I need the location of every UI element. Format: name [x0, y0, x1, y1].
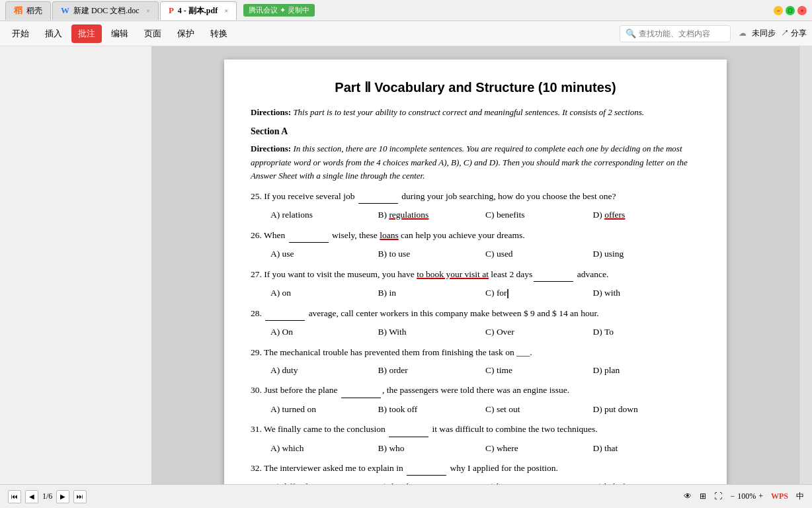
lang-indicator: 中 — [796, 491, 804, 502]
directions-block-1: Directions: This part is to test your ab… — [251, 106, 700, 120]
grid-icon: ⊞ — [700, 491, 706, 501]
next-page-button[interactable]: ▶ — [56, 490, 69, 503]
sync-icon: ☁ — [739, 28, 747, 38]
q26-opt-a: A) use — [270, 247, 378, 261]
directions2-label: Directions: — [251, 144, 291, 153]
section-a-title: Section A — [251, 126, 700, 137]
question-29: 29. The mechanical trouble has prevented… — [251, 346, 700, 359]
document-page: Part Ⅱ Vocabulary and Structure (10 minu… — [224, 60, 727, 484]
q29-options: A) duty B) order C) time D) plan — [270, 363, 700, 378]
q29-opt-b: B) order — [378, 363, 486, 378]
toolbar-page[interactable]: 页面 — [138, 24, 168, 43]
wps-icon: WPS — [771, 491, 788, 501]
close-button[interactable]: × — [797, 6, 807, 15]
q25-opt-c: C) benefits — [485, 208, 593, 222]
question-28: 28. average, call center workers in this… — [251, 307, 700, 321]
toolbar-comment[interactable]: 批注 — [71, 24, 102, 43]
toolbar: 开始 插入 批注 编辑 页面 保护 转换 🔍 ☁ 未同步 ↗ 分享 — [0, 21, 812, 46]
left-sidebar — [0, 46, 152, 484]
q28-opt-a: A) On — [270, 325, 378, 339]
q27-opt-b: B) in — [378, 286, 486, 300]
q26-options: A) use B) to use C) used D) using — [270, 247, 700, 261]
q26-num: 26. — [251, 230, 262, 240]
question-31: 31. We finally came to the conclusion it… — [251, 423, 700, 437]
q30-opt-a: A) turned on — [270, 402, 378, 417]
q27-options: A) on B) in C) for D) with — [270, 286, 700, 300]
q31-opt-c: C) where — [485, 441, 593, 456]
q32-blank — [407, 462, 446, 476]
q25-opt-d: D) offers — [593, 208, 701, 222]
sync-label: 未同步 — [752, 28, 776, 39]
share-label[interactable]: ↗ 分享 — [781, 28, 807, 39]
q31-opt-d: D) that — [593, 441, 701, 456]
page-indicator: 1/6 — [42, 491, 52, 501]
q29-opt-d: D) plan — [593, 363, 701, 378]
q26-blank — [289, 229, 329, 243]
window-controls: − □ × — [774, 6, 807, 15]
q31-num: 31. — [251, 424, 262, 434]
q28-opt-c: C) Over — [485, 325, 593, 339]
toolbar-edit[interactable]: 编辑 — [104, 24, 135, 43]
q28-blank — [265, 307, 305, 321]
toolbar-convert[interactable]: 转换 — [204, 24, 234, 43]
question-25: 25. If you receive several job during yo… — [251, 190, 700, 204]
q32-opt-b: B) detail — [378, 480, 486, 484]
q31-blank — [389, 423, 428, 437]
search-box[interactable]: 🔍 — [620, 25, 731, 42]
tab-daoke[interactable]: 稻 稻壳 — [5, 1, 51, 20]
q30-options: A) turned on B) took off C) set out D) p… — [270, 402, 700, 417]
first-page-button[interactable]: ⏮ — [8, 490, 21, 503]
zoom-in-button[interactable]: + — [758, 491, 763, 501]
zoom-level: 100% — [737, 491, 756, 501]
q28-options: A) On B) With C) Over D) To — [270, 325, 700, 339]
toolbar-protect[interactable]: 保护 — [171, 24, 201, 43]
tab-doc[interactable]: W 新建 DOC 文档.doc × — [52, 1, 159, 20]
q25-opt-a: A) relations — [270, 208, 378, 222]
title-right: − □ × — [774, 6, 807, 15]
toolbar-right: ☁ 未同步 ↗ 分享 — [739, 28, 807, 39]
prev-page-button[interactable]: ◀ — [25, 490, 38, 503]
search-icon: 🔍 — [626, 28, 636, 39]
tab-daoke-label: 稻壳 — [26, 5, 42, 17]
toolbar-home[interactable]: 开始 — [5, 24, 36, 43]
q29-num: 29. — [251, 347, 262, 357]
q28-opt-d: D) To — [593, 325, 701, 339]
q32-options: A) difficulty B) detail C) base D) belie… — [270, 480, 700, 484]
maximize-button[interactable]: □ — [786, 6, 795, 15]
doc-content: Part Ⅱ Vocabulary and Structure (10 minu… — [152, 46, 799, 484]
title-bar: 稻 稻壳 W 新建 DOC 文档.doc × P 4 - 副本.pdf × 腾讯… — [0, 0, 812, 21]
toolbar-insert[interactable]: 插入 — [38, 24, 69, 43]
eye-icon: 👁 — [684, 491, 692, 501]
q31-opt-a: A) which — [270, 441, 378, 456]
question-32: 32. The interviewer asked me to explain … — [251, 462, 700, 476]
q30-opt-b: B) took off — [378, 402, 486, 417]
q27-opt-c: C) for — [485, 286, 593, 300]
q31-options: A) which B) who C) where D) that — [270, 441, 700, 456]
q32-opt-a: A) difficulty — [270, 480, 378, 484]
directions1-text: This part is to test your ability to con… — [291, 107, 644, 117]
search-input[interactable] — [639, 29, 725, 38]
q26-opt-c: C) used — [485, 247, 593, 261]
zoom-out-button[interactable]: − — [730, 491, 735, 501]
tab-doc-icon: W — [61, 5, 69, 16]
meeting-badge[interactable]: 腾讯会议 ✦ 灵制中 — [243, 4, 315, 17]
q32-opt-d: D) belief — [593, 480, 701, 484]
directions1-label: Directions: — [251, 107, 291, 117]
tab-doc-close[interactable]: × — [146, 7, 150, 15]
tab-pdf-label: 4 - 副本.pdf — [178, 5, 218, 17]
last-page-button[interactable]: ⏭ — [73, 490, 87, 503]
tab-pdf-close[interactable]: × — [224, 7, 228, 15]
zoom-control: − 100% + — [730, 491, 763, 501]
q29-opt-c: C) time — [485, 363, 593, 378]
q25-blank — [358, 190, 398, 204]
minimize-button[interactable]: − — [774, 6, 783, 15]
q29-opt-a: A) duty — [270, 363, 378, 378]
q32-opt-c: C) base — [485, 480, 593, 484]
fullscreen-icon: ⛶ — [714, 491, 722, 501]
tab-pdf-icon: P — [169, 5, 174, 16]
text-cursor — [507, 289, 508, 298]
right-sidebar — [799, 46, 812, 484]
q27-opt-d: D) with — [593, 286, 701, 300]
q30-opt-c: C) set out — [485, 402, 593, 417]
tab-pdf[interactable]: P 4 - 副本.pdf × — [160, 1, 237, 20]
